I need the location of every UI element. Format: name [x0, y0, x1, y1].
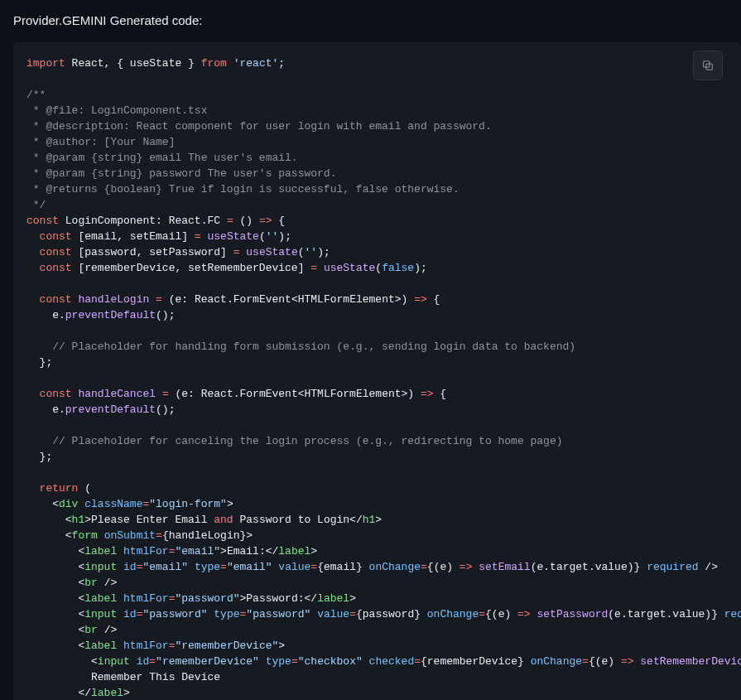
code-token: id: [137, 655, 150, 668]
code-token: id: [123, 561, 137, 573]
code-token: Password:: [246, 592, 304, 605]
code-token: (: [375, 262, 382, 274]
code-token: [310, 608, 317, 620]
code-block: import React, { useState } from 'react';…: [13, 42, 741, 700]
code-token: [117, 640, 123, 652]
code-token: (e.target.value)}: [608, 608, 718, 620]
code-token: </: [266, 545, 279, 558]
code-token: label: [84, 545, 117, 558]
code-token: [26, 230, 40, 243]
code-token: [98, 529, 104, 542]
code-token: const: [26, 215, 59, 227]
section-title: Provider.GEMINI Generated code:: [13, 13, 741, 27]
code-token: type: [214, 608, 239, 620]
copy-icon: [701, 59, 715, 72]
code-token: htmlFor: [123, 545, 169, 558]
code-token: =: [227, 215, 233, 227]
code-token: [640, 561, 647, 573]
code-token: />: [98, 624, 117, 636]
code-token: [259, 655, 266, 668]
code-token: "rememberDevice": [175, 640, 278, 652]
code-token: </: [305, 592, 318, 605]
code-token: '': [266, 230, 279, 243]
code-token: {: [434, 388, 447, 400]
code-token: setEmail: [479, 561, 530, 573]
code-token: <: [26, 577, 84, 589]
code-token: >: [84, 514, 91, 526]
code-token: [26, 262, 40, 274]
code-token: required: [724, 608, 741, 620]
code-token: useState: [207, 230, 258, 243]
code-token: =>: [421, 388, 434, 400]
code-token: label: [84, 640, 117, 652]
code-token: label: [91, 687, 123, 699]
code-token: [421, 608, 427, 620]
code-token: // Placeholder for canceling the login p…: [26, 435, 563, 447]
code-token: React, { useState }: [65, 57, 201, 70]
code-token: [149, 293, 156, 306]
code-token: =: [479, 608, 485, 620]
code-token: input: [84, 608, 117, 620]
code-token: <: [26, 498, 59, 510]
code-content: import React, { useState } from 'react';…: [13, 56, 741, 700]
code-token: e.: [26, 403, 65, 416]
copy-button[interactable]: [693, 51, 723, 80]
code-token: * @file: LoginComponent.tsx: [26, 104, 207, 117]
code-token: htmlFor: [123, 640, 169, 652]
code-token: >: [220, 545, 227, 558]
code-token: br: [84, 624, 98, 636]
code-token: {rememberDevice}: [421, 655, 524, 668]
code-token: "password": [175, 592, 239, 605]
code-token: "email": [175, 545, 220, 558]
code-token: import: [26, 57, 65, 70]
code-token: =: [220, 561, 227, 573]
code-token: <: [26, 529, 72, 542]
code-token: /**: [26, 89, 46, 101]
code-token: preventDefault: [65, 309, 156, 321]
code-token: type: [266, 655, 291, 668]
code-token: =>: [460, 561, 473, 573]
code-token: />: [98, 577, 117, 589]
code-token: );: [278, 230, 291, 243]
code-token: id: [123, 608, 137, 620]
code-token: const: [40, 246, 72, 258]
code-token: setRememberDevice: [640, 655, 741, 668]
code-token: preventDefault: [65, 403, 156, 416]
code-token: '': [305, 246, 318, 258]
code-token: [524, 655, 531, 668]
code-token: [117, 592, 123, 605]
code-token: </: [26, 687, 91, 699]
code-token: =: [149, 655, 156, 668]
code-token: =: [421, 561, 427, 573]
code-token: {(e): [485, 608, 517, 620]
code-token: htmlFor: [123, 592, 169, 605]
code-token: "email": [227, 561, 272, 573]
code-token: {: [427, 293, 440, 306]
code-token: [117, 545, 123, 558]
code-token: [rememberDevice, setRememberDevice]: [72, 262, 311, 274]
code-token: and: [214, 514, 233, 526]
code-token: LoginComponent: [59, 215, 156, 227]
code-token: );: [317, 246, 330, 258]
code-token: };: [26, 451, 52, 463]
code-token: onChange: [369, 561, 421, 573]
code-token: (: [78, 482, 91, 495]
code-token: =: [195, 230, 201, 243]
code-token: =: [310, 262, 317, 274]
code-token: {password}: [356, 608, 421, 620]
code-token: {(e): [589, 655, 621, 668]
code-token: Remember This Device: [26, 671, 220, 683]
code-token: e.: [26, 309, 65, 321]
code-token: [130, 655, 137, 668]
code-token: * @author: [Your Name]: [26, 136, 175, 148]
code-token: input: [84, 561, 117, 573]
code-token: =: [291, 655, 298, 668]
code-token: [password, setPassword]: [72, 246, 233, 258]
code-token: {(e): [427, 561, 460, 573]
code-token: =: [310, 561, 317, 573]
code-token: (: [259, 230, 266, 243]
code-token: [26, 388, 40, 400]
code-token: // Placeholder for handling form submiss…: [26, 340, 575, 353]
code-token: onChange: [427, 608, 479, 620]
code-token: {: [272, 215, 286, 227]
